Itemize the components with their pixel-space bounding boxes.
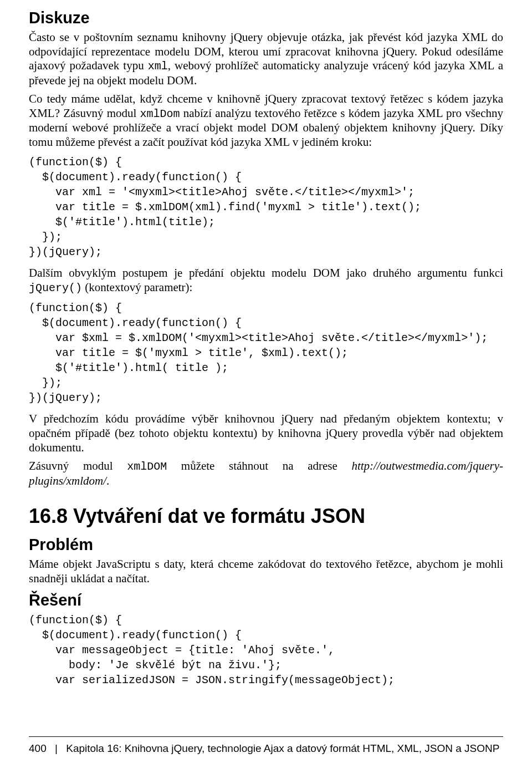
code-inline-xmldom: xmlDom [140,108,180,120]
code-inline-jquery: jQuery() [29,282,82,294]
page-container: Diskuze Často se v poštovním seznamu kni… [0,0,532,768]
code-inline-xmldom2: xmlDOM [127,460,167,473]
footer-page-number: 400 [29,742,47,754]
heading-problem: Problém [29,536,503,554]
code-block-2: (function($) { $(document).ready(functio… [29,301,503,405]
page-footer: 400 | Kapitola 16: Knihovna jQuery, tech… [0,731,532,755]
code-inline-xml: xml [148,60,168,73]
text-p5b: můžete stáhnout na adrese [167,459,351,472]
heading-section-16-8: 16.8 Vytváření dat ve formátu JSON [29,505,503,528]
paragraph-6: Máme objekt JavaScriptu s daty, která ch… [29,557,503,586]
text-p5a: Zásuvný modul [29,459,127,472]
paragraph-2: Co tedy máme udělat, když chceme v kniho… [29,92,503,149]
paragraph-3: Dalším obvyklým postupem je předání obje… [29,266,503,295]
footer-chapter-title: Kapitola 16: Knihovna jQuery, technologi… [66,742,499,754]
footer-separator: | [55,742,58,754]
paragraph-1: Často se v poštovním seznamu knihovny jQ… [29,30,503,88]
paragraph-4: V předchozím kódu provádíme výběr knihov… [29,412,503,455]
footer-rule [29,736,503,737]
paragraph-5: Zásuvný modul xmlDOM můžete stáhnout na … [29,459,503,488]
text-p5c: . [106,474,109,487]
heading-diskuze: Diskuze [29,9,503,27]
footer-text: 400 | Kapitola 16: Knihovna jQuery, tech… [29,742,532,755]
code-block-3: (function($) { $(document).ready(functio… [29,613,503,688]
text-p3b: (kontextový parametr): [82,281,192,294]
heading-reseni: Řešení [29,591,503,609]
code-block-1: (function($) { $(document).ready(functio… [29,155,503,260]
text-p3a: Dalším obvyklým postupem je předání obje… [29,266,503,279]
